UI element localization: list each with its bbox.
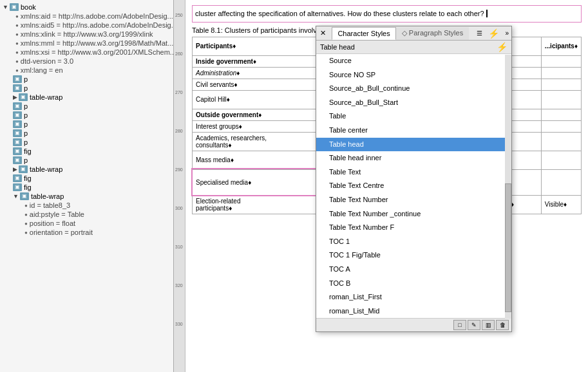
ruler-mark: 330 [175,322,183,326]
expand-arrow[interactable]: ▼ [13,193,19,200]
tree-attr-pstyle: ● aid:pstyle = Table [0,210,173,219]
ruler-mark: 300 [175,206,183,210]
attr-value: xml:lang = en [21,66,63,74]
tree-attr-orientation: ● orientation = portrait [0,228,173,237]
style-item-table-text-number-cont[interactable]: Table Text Number _continue [316,207,511,221]
cell-capitol-3 [541,90,581,109]
tree-label: p [24,102,28,110]
character-styles-panel: ✕ Character Styles ◇ Paragraph Styles ☰ … [316,26,512,332]
footer-btn-delete[interactable]: 🗑 [496,320,509,330]
style-item-source-ab-bull-cont[interactable]: Source_ab_Bull_continue [316,82,511,96]
tree-item-book[interactable]: ▼ ▣ book [0,3,173,12]
lightning-icon: ⚡ [488,28,499,39]
tree-item-p5[interactable]: ▣ p [0,120,173,129]
caption-text: Table 8.1: Clusters of participants invo… [192,26,322,34]
tag-icon: ▣ [19,93,28,101]
cell-election-3: Visible♦ [541,195,581,214]
ruler-mark: 290 [175,167,183,172]
panel-close-btn[interactable]: ✕ [319,29,327,37]
tree-item-p2[interactable]: ▣ p [0,84,173,93]
tree-item-fig2[interactable]: ▣ fig [0,174,173,183]
style-item-toc1-fig[interactable]: TOC 1 Fig/Table [316,248,511,263]
style-item-table-head-inner[interactable]: Table head inner [316,151,511,165]
tree-label: p [24,111,28,119]
attr-value: xmlns:aid = http://ns.adobe.com/AdobeInD… [21,12,173,20]
style-item-table-text-centre[interactable]: Table Text Centre [316,179,511,193]
scrollbar-thumb[interactable] [505,183,511,312]
tag-icon: ▣ [13,102,22,110]
panel-expand-btn[interactable]: » [505,30,509,37]
tree-item-fig3[interactable]: ▣ fig [0,183,173,192]
tree-item-table-wrap3[interactable]: ▼ ▣ table-wrap [0,192,173,201]
subheader-label: Table head [320,43,355,51]
tree-label: table-wrap [30,93,62,101]
tree-attr-id: ● id = table8_3 [0,201,173,210]
attr-value: position = float [30,219,75,227]
tag-icon: ▣ [20,192,29,200]
panel-subheader: Table head ⚡ [316,41,511,54]
cell-specialised-3 [541,169,581,195]
panel-tabs: Character Styles ◇ Paragraph Styles [332,27,469,40]
footer-btn-3[interactable]: ▥ [482,320,495,330]
style-item-table[interactable]: Table [316,109,511,124]
attr-value: xmlns:xsi = http://www.w3.org/2001/XMLSc… [21,48,174,56]
tree-label: p [24,84,28,92]
style-item-source[interactable]: Source [316,54,511,68]
attr-value: xmlns:mml = http://www.w3.org/1998/Math/… [21,39,174,47]
tree-item-p7[interactable]: ▣ p [0,138,173,147]
cell-admin-3 [541,67,581,79]
ruler-mark: 250 [175,13,183,17]
cell-outside-gov-3 [541,109,581,120]
tree-item-p8[interactable]: ▣ p [0,156,173,165]
dot-icon: ● [15,32,19,37]
style-item-table-text-number[interactable]: Table Text Number [316,193,511,207]
ruler-left: 250 260 270 280 290 300 310 320 330 [174,0,185,372]
expand-arrow[interactable]: ▶ [13,94,17,100]
tree-item-p6[interactable]: ▣ p [0,129,173,138]
style-item-toc-b[interactable]: TOC B [316,277,511,291]
panel-menu-icon[interactable]: ☰ [477,30,482,37]
dot-icon: ● [15,59,19,64]
tab-paragraph-styles[interactable]: ◇ Paragraph Styles [396,27,469,40]
tag-icon: ▣ [13,84,22,92]
ruler-mark: 320 [175,283,183,288]
tag-icon: ▣ [13,147,22,155]
footer-btn-2[interactable]: ✎ [468,320,480,330]
attr-value: xmlns:xlink = http://www.w3.org/1999/xli… [21,30,153,38]
style-item-table-text[interactable]: Table Text [316,165,511,180]
tree-label: p [24,75,28,83]
styles-list: Source Source NO SP Source_ab_Bull_conti… [316,54,511,318]
tree-attr-xmlns-mml: ● xmlns:mml = http://www.w3.org/1998/Mat… [0,39,173,48]
panel-scrollbar[interactable] [505,55,511,319]
footer-btn-1[interactable]: □ [453,320,466,330]
intro-text: cluster affecting the specification of a… [195,10,484,17]
style-item-toc-a[interactable]: TOC A [316,263,511,277]
tree-item-p3[interactable]: ▣ p [0,102,173,111]
style-item-table-head[interactable]: Table head [316,138,511,152]
tree-item-table-wrap2[interactable]: ▶ ▣ table-wrap [0,165,173,174]
style-item-table-center[interactable]: Table center [316,124,511,138]
ruler-mark: 260 [175,51,183,56]
tree-item-p4[interactable]: ▣ p [0,111,173,120]
style-item-source-ab-bull-start[interactable]: Source_ab_Bull_Start [316,96,511,110]
style-item-table-text-number-f[interactable]: Table Text Number F [316,221,511,235]
tab-character-styles[interactable]: Character Styles [332,27,395,40]
dot-icon: ● [24,203,28,209]
style-item-source-no-sp[interactable]: Source NO SP [316,68,511,82]
tree-item-p1[interactable]: ▣ p [0,75,173,84]
text-cursor [484,10,488,17]
main-document-area: 250 260 270 280 290 300 310 320 330 clus… [174,0,588,372]
tree-item-table-wrap1[interactable]: ▶ ▣ table-wrap [0,93,173,102]
ruler-mark: 310 [175,245,183,249]
expand-arrow[interactable]: ▶ [13,166,17,172]
tag-icon: ▣ [10,3,19,11]
style-item-toc1[interactable]: TOC 1 [316,235,511,249]
panel-footer: □ ✎ ▥ 🗑 [316,318,511,331]
dot-icon: ● [15,50,19,55]
cell-academics-3 [541,132,581,151]
tree-item-fig1[interactable]: ▣ fig [0,147,173,156]
expand-arrow[interactable]: ▼ [3,4,8,10]
style-item-roman-first[interactable]: roman_List_First [316,290,511,304]
style-item-roman-mid[interactable]: roman_List_Mid [316,304,511,318]
panel-header: ✕ Character Styles ◇ Paragraph Styles ☰ … [316,26,511,41]
